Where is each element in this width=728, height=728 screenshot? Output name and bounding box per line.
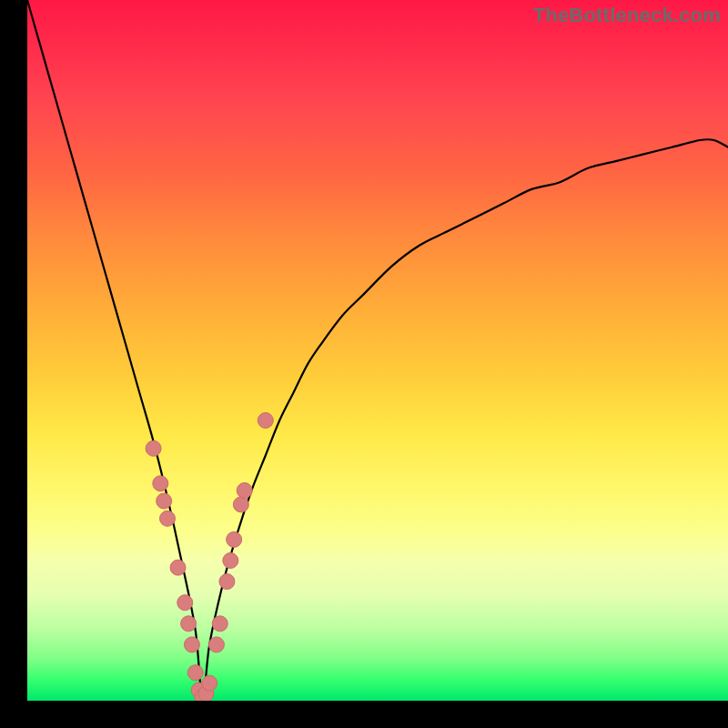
data-marker [212,616,228,632]
data-marker [223,553,238,569]
data-marker [170,560,186,575]
curve-layer [27,0,728,701]
data-marker [202,675,217,691]
data-marker [237,483,252,499]
data-marker [153,476,168,491]
plot-area: TheBottleneck.com [27,0,728,701]
data-marker [146,440,161,456]
data-marker [208,637,224,652]
data-marker [177,595,193,611]
data-marker [187,665,203,681]
data-marker [181,616,197,632]
chart-frame: TheBottleneck.com [0,0,728,728]
data-marker [227,531,242,547]
data-marker [157,493,172,509]
data-marker [160,511,176,526]
data-marker [184,637,199,652]
bottleneck-curve [27,0,728,701]
data-marker [219,574,235,590]
marker-layer [146,413,273,702]
data-marker [258,413,273,429]
data-marker [233,497,248,512]
